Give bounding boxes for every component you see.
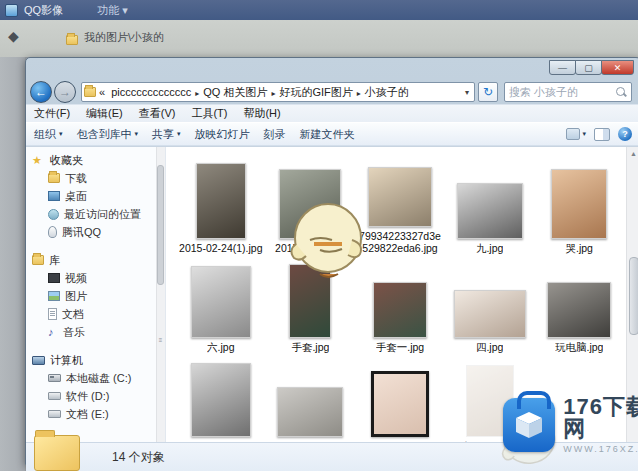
- sidebar-group-library[interactable]: 库: [32, 251, 165, 269]
- minimize-button[interactable]: —: [549, 60, 576, 75]
- toolbar-button[interactable]: 共享▾: [152, 127, 181, 142]
- file-item[interactable]: 79934223327d3e529822eda6.jpg: [355, 151, 445, 255]
- chevron-down-icon: ▾: [177, 130, 181, 138]
- menubar-item[interactable]: 编辑(E): [86, 106, 123, 121]
- file-item[interactable]: 六.jpg: [176, 255, 266, 354]
- file-item[interactable]: 玩电脑.jpg: [534, 255, 624, 354]
- toolbar-button-label: 包含到库中: [77, 127, 132, 142]
- close-button[interactable]: ✕: [601, 60, 634, 75]
- thumbnail: [191, 363, 251, 437]
- folder-icon: [66, 35, 78, 45]
- toolbar-button[interactable]: 新建文件夹: [300, 127, 355, 142]
- background-window-menu[interactable]: 功能 ▾: [97, 3, 128, 18]
- thumbnail: [191, 266, 251, 338]
- navigation-pane: ★收藏夹下载桌面最近访问的位置腾讯QQ库视频图片文档♪音乐计算机本地磁盘 (C:…: [26, 147, 166, 442]
- sidebar-scrollbar[interactable]: ≡: [156, 147, 165, 442]
- breadcrumb-segment[interactable]: 好玩的GIF图片: [276, 86, 355, 98]
- sidebar-group-star[interactable]: ★收藏夹: [32, 151, 165, 169]
- thumbnail: [371, 371, 429, 437]
- toolbar-button-label: 刻录: [264, 127, 286, 142]
- picture-icon: [48, 291, 60, 301]
- toolbar-button-label: 共享: [152, 127, 174, 142]
- scroll-up-icon[interactable]: ▲: [630, 147, 637, 161]
- breadcrumb-segment[interactable]: piccccccccccccc: [108, 86, 194, 98]
- file-item[interactable]: 五.jpg: [176, 354, 266, 453]
- sidebar-scrollbar-thumb[interactable]: [157, 165, 164, 285]
- file-label: 哭.jpg: [565, 242, 592, 255]
- search-input[interactable]: 搜索 小孩子的: [504, 82, 632, 102]
- sidebar-group: 库视频图片文档♪音乐: [32, 251, 165, 341]
- forward-button[interactable]: →: [54, 81, 76, 103]
- address-bar[interactable]: « piccccccccccccc▸QQ 相关图片▸好玩的GIF图片▸小孩子的 …: [81, 82, 475, 102]
- menubar-item[interactable]: 帮助(H): [243, 106, 280, 121]
- sidebar-item[interactable]: 视频: [32, 269, 165, 287]
- download-box-icon: [503, 398, 555, 452]
- sidebar-item[interactable]: 软件 (D:): [32, 387, 165, 405]
- breadcrumb-segment[interactable]: 小孩子的: [362, 86, 412, 98]
- menubar-item[interactable]: 工具(T): [191, 106, 227, 121]
- sidebar-group: ★收藏夹下载桌面最近访问的位置腾讯QQ: [32, 151, 165, 241]
- back-button[interactable]: ←: [30, 81, 52, 103]
- drive-icon: [48, 392, 61, 400]
- file-item[interactable]: 一.jpg: [355, 354, 445, 453]
- command-bar-right: ▾ ?: [566, 127, 632, 141]
- file-item[interactable]: 要飞呀.jpg: [266, 354, 356, 453]
- preview-pane-button[interactable]: [594, 128, 610, 141]
- explorer-titlebar[interactable]: — ▢ ✕: [26, 58, 638, 80]
- menubar-item[interactable]: 查看(V): [139, 106, 176, 121]
- cube-icon: [514, 410, 544, 440]
- background-breadcrumb: 我的图片\小孩的: [84, 30, 164, 45]
- sidebar-item[interactable]: ♪音乐: [32, 323, 165, 341]
- thumbnail: [277, 387, 343, 437]
- breadcrumb-segment[interactable]: QQ 相关图片: [200, 86, 270, 98]
- toolbar-button[interactable]: 刻录: [264, 127, 286, 142]
- file-item[interactable]: 九.jpg: [445, 151, 535, 255]
- thumbnail: [457, 183, 523, 239]
- background-window-title: QQ影像: [24, 3, 63, 18]
- back-arrow-icon[interactable]: ◆: [8, 28, 19, 44]
- file-label: 四.jpg: [476, 341, 503, 354]
- sidebar-item[interactable]: 最近访问的位置: [32, 205, 165, 223]
- change-view-button[interactable]: ▾: [566, 128, 586, 140]
- sidebar-item-label: 下载: [65, 171, 87, 186]
- sidebar-item[interactable]: 文档: [32, 305, 165, 323]
- file-label: 2015-02-24(1).jpg: [179, 242, 262, 255]
- sidebar-item[interactable]: 桌面: [32, 187, 165, 205]
- file-item[interactable]: 2015-02-24(1).jpg: [176, 151, 266, 255]
- sidebar-group-label: 计算机: [50, 353, 83, 368]
- thumbnail: [196, 163, 246, 239]
- toolbar-button[interactable]: 放映幻灯片: [195, 127, 250, 142]
- refresh-button[interactable]: ↻: [478, 82, 498, 102]
- library-icon: [32, 255, 44, 265]
- toolbar-button[interactable]: 包含到库中▾: [77, 127, 139, 142]
- file-item[interactable]: 手套一.jpg: [355, 255, 445, 354]
- document-icon: [48, 308, 57, 320]
- qq-icon: [48, 226, 57, 238]
- sidebar-item[interactable]: 下载: [32, 169, 165, 187]
- sidebar-item[interactable]: 腾讯QQ: [32, 223, 165, 241]
- background-window-titlebar: QQ影像 功能 ▾: [0, 0, 638, 20]
- sidebar-group-computer[interactable]: 计算机: [32, 351, 165, 369]
- breadcrumb-separator-icon[interactable]: ▸: [356, 89, 362, 98]
- sidebar-item-label: 音乐: [63, 325, 85, 340]
- file-label: 玩电脑.jpg: [555, 341, 603, 354]
- content-scrollbar-thumb[interactable]: [629, 257, 638, 335]
- address-dropdown-icon[interactable]: ▾: [462, 88, 472, 97]
- sidebar-item-label: 图片: [65, 289, 87, 304]
- sidebar-item[interactable]: 本地磁盘 (C:): [32, 369, 165, 387]
- search-placeholder: 搜索 小孩子的: [509, 85, 615, 100]
- file-item[interactable]: 四.jpg: [445, 255, 535, 354]
- file-item[interactable]: 哭.jpg: [534, 151, 624, 255]
- chick-icon: [290, 200, 364, 280]
- maximize-button[interactable]: ▢: [575, 60, 602, 75]
- search-icon[interactable]: [615, 86, 627, 98]
- breadcrumb-overflow[interactable]: «: [96, 86, 108, 98]
- sidebar-item[interactable]: 文档 (E:): [32, 405, 165, 423]
- toolbar-button[interactable]: 组织▾: [34, 127, 63, 142]
- menubar-item[interactable]: 文件(F): [34, 106, 70, 121]
- views-icon: [566, 128, 580, 140]
- background-window-toolbar: ◆ 我的图片\小孩的: [0, 20, 638, 57]
- help-button[interactable]: ?: [618, 127, 632, 141]
- sidebar-item[interactable]: 图片: [32, 287, 165, 305]
- folder-down-icon: [48, 173, 60, 183]
